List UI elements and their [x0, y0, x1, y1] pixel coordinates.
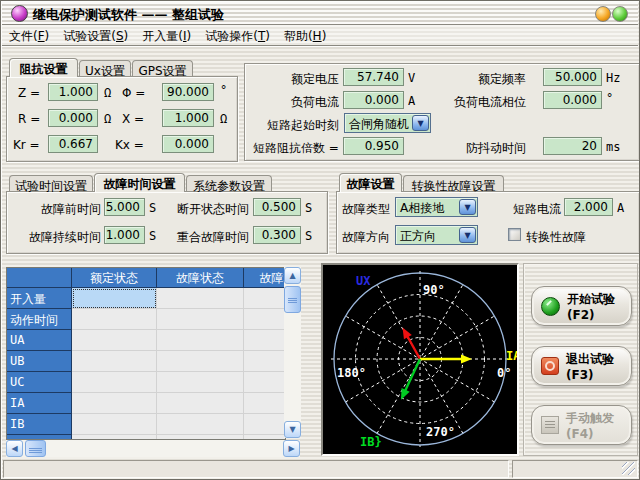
- scroll-right-button[interactable]: ▶: [283, 440, 300, 457]
- menu-item[interactable]: 试验操作(T): [198, 25, 277, 45]
- chevron-down-icon[interactable]: ▼: [459, 227, 476, 243]
- exit-test-label: 退出试验(F3): [566, 351, 631, 382]
- rated-voltage-unit: V: [408, 71, 415, 85]
- phasor-canvas: 90° 180° 0° 270° UX IA IB}: [323, 265, 517, 454]
- convert-fault-checkbox[interactable]: [508, 228, 521, 241]
- start-test-label: 开始试验(F2): [567, 291, 631, 322]
- tab-system-param-settings[interactable]: 系统参数设置: [186, 175, 272, 191]
- reclose-fault-time-label: 重合故障时间: [177, 229, 249, 246]
- table-cell[interactable]: [72, 393, 157, 414]
- table-cell[interactable]: [244, 351, 286, 372]
- exit-test-button[interactable]: 退出试验(F3): [531, 346, 632, 386]
- tab-convert-fault-settings[interactable]: 转换性故障设置: [403, 175, 504, 191]
- menu-bar: 文件(F)试验设置(S)开入量(I)试验操作(T)帮助(H): [2, 25, 638, 46]
- table-cell[interactable]: [72, 288, 157, 309]
- tab-test-time-settings[interactable]: 试验时间设置: [9, 175, 93, 191]
- fault-duration-input[interactable]: 1.000: [104, 226, 145, 244]
- debounce-unit: ms: [606, 140, 620, 154]
- kx-input[interactable]: 0.000: [162, 135, 214, 153]
- table-cell[interactable]: [157, 393, 244, 414]
- menu-item[interactable]: 试验设置(S): [56, 25, 135, 45]
- ux-vector-label: UX: [356, 274, 371, 288]
- z-unit: Ω: [104, 86, 111, 100]
- table-column-header: 故障状态: [157, 268, 244, 288]
- phi-input[interactable]: 90.000: [162, 83, 214, 101]
- vertical-scroll-thumb[interactable]: [284, 286, 301, 313]
- tab-gps-settings[interactable]: GPS设置: [132, 60, 193, 76]
- table-cell[interactable]: [244, 372, 286, 393]
- scroll-up-button[interactable]: ▲: [284, 267, 301, 284]
- table-cell[interactable]: [244, 330, 286, 351]
- tab-impedance-settings[interactable]: 阻抗设置: [9, 58, 78, 77]
- table-cell[interactable]: [72, 309, 157, 330]
- start-test-button[interactable]: 开始试验(F2): [531, 286, 632, 326]
- chevron-down-icon[interactable]: ▼: [459, 199, 476, 215]
- tab-fault-time-settings[interactable]: 故障时间设置: [94, 173, 185, 192]
- chevron-down-icon[interactable]: ▼: [412, 115, 429, 131]
- table-row-header: IA: [7, 393, 72, 414]
- tab-ux-settings[interactable]: Ux设置: [79, 60, 131, 76]
- load-current-label: 负荷电流: [291, 94, 339, 111]
- manual-trigger-label: 手动触发(F4): [566, 410, 631, 441]
- fault-duration-label: 故障持续时间: [29, 229, 101, 246]
- kr-input[interactable]: 0.667: [48, 135, 98, 153]
- r-input[interactable]: 0.000: [48, 109, 98, 127]
- phasor-diagram: 90° 180° 0° 270° UX IA IB}: [321, 263, 519, 456]
- table-cell[interactable]: [157, 372, 244, 393]
- x-input[interactable]: 1.000: [162, 109, 214, 127]
- menu-item[interactable]: 开入量(I): [135, 25, 198, 45]
- status-bar-left: [3, 460, 509, 478]
- short-start-select[interactable]: 合闸角随机 ▼: [344, 113, 431, 133]
- menu-item[interactable]: 帮助(H): [277, 25, 333, 45]
- table-cell[interactable]: [157, 288, 244, 309]
- rated-frequency-input[interactable]: 50.000: [543, 68, 602, 86]
- fault-direction-value: 正方向: [400, 228, 436, 245]
- action-button-panel: 开始试验(F2) 退出试验(F3) 手动触发(F4): [523, 263, 638, 456]
- fault-direction-select[interactable]: 正方向 ▼: [395, 225, 478, 245]
- menu-item[interactable]: 文件(F): [2, 25, 56, 45]
- close-button[interactable]: [612, 6, 628, 22]
- table-cell[interactable]: [244, 393, 286, 414]
- rated-voltage-input[interactable]: 57.740: [343, 68, 404, 86]
- load-phase-input[interactable]: 0.000: [543, 91, 602, 109]
- title-bar[interactable]: 继电保护测试软件 —— 整组试验: [2, 2, 638, 25]
- table-row-header: UC: [7, 372, 72, 393]
- pre-fault-time-input[interactable]: 5.000: [104, 198, 145, 216]
- z-input[interactable]: 1.000: [48, 83, 98, 101]
- table-cell[interactable]: [72, 330, 157, 351]
- table-cell[interactable]: [157, 309, 244, 330]
- table-row-header: IB: [7, 414, 72, 435]
- window-title: 继电保护测试软件 —— 整组试验: [33, 6, 224, 24]
- scroll-left-button[interactable]: ◀: [6, 440, 23, 457]
- tab-fault-settings[interactable]: 故障设置: [339, 173, 402, 192]
- fault-type-select[interactable]: A相接地 ▼: [395, 197, 478, 217]
- table-horizontal-scrollbar[interactable]: ◀ ▶: [6, 440, 300, 457]
- results-table: 额定状态故障状态故障转换开入量动作时间UAUBUCIAIBIC: [6, 267, 286, 440]
- table-cell[interactable]: [244, 309, 286, 330]
- r-label: R =: [18, 112, 40, 126]
- table-cell[interactable]: [157, 330, 244, 351]
- load-phase-unit: °: [606, 91, 613, 105]
- table-cell[interactable]: [157, 351, 244, 372]
- open-state-time-input[interactable]: 0.500: [253, 198, 301, 216]
- table-cell[interactable]: [244, 288, 286, 309]
- table-cell[interactable]: [72, 351, 157, 372]
- horizontal-scroll-thumb[interactable]: [25, 440, 46, 457]
- short-current-input[interactable]: 2.000: [564, 198, 613, 216]
- reclose-fault-time-input[interactable]: 0.300: [253, 226, 301, 244]
- table-cell[interactable]: [72, 372, 157, 393]
- debounce-input[interactable]: 20: [543, 137, 602, 155]
- manual-trigger-button[interactable]: 手动触发(F4): [531, 405, 632, 445]
- minimize-button[interactable]: [595, 6, 611, 22]
- table-cell[interactable]: [244, 414, 286, 435]
- table-cell[interactable]: [72, 414, 157, 435]
- manual-trigger-icon: [541, 416, 559, 434]
- load-current-input[interactable]: 0.000: [343, 91, 404, 109]
- ia-vector-label: IA: [506, 349, 517, 363]
- resize-grip[interactable]: [622, 462, 635, 475]
- green-vector-arrowhead: [401, 388, 410, 400]
- impedance-mult-input[interactable]: 0.950: [343, 137, 404, 155]
- table-cell[interactable]: [157, 414, 244, 435]
- scroll-down-button[interactable]: ▼: [284, 421, 301, 438]
- table-vertical-scrollbar[interactable]: ▲ ▼: [284, 267, 301, 438]
